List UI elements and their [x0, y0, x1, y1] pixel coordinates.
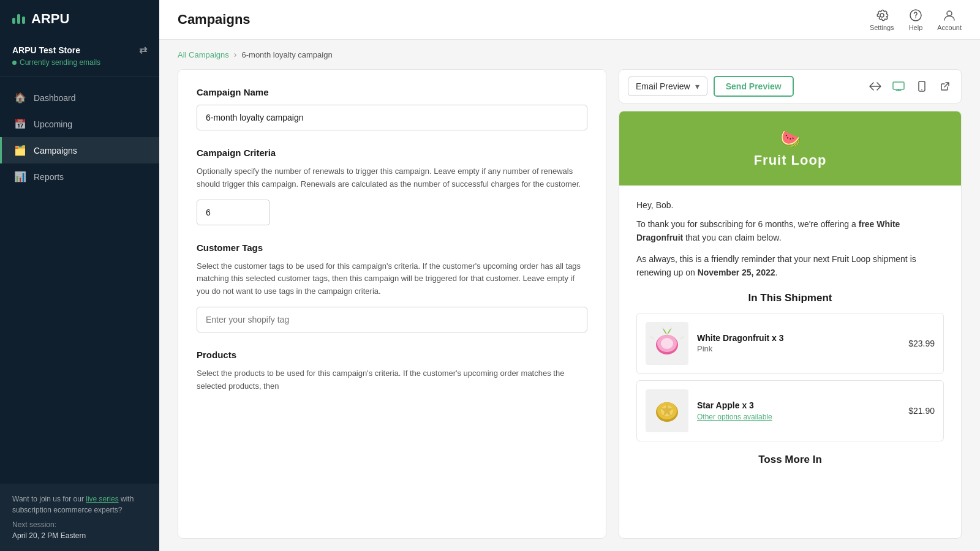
email-logo: 🍉 Fruit Loop	[631, 129, 949, 168]
main-content: Campaigns Settings	[159, 0, 980, 551]
reports-icon: 📊	[14, 171, 26, 182]
customer-tags-section: Customer Tags Select the customer tags t…	[197, 242, 587, 332]
breadcrumb-current: 6-month loyalty campaign	[242, 50, 333, 59]
products-section: Products Select the products to be used …	[197, 350, 587, 393]
toss-more-title: Toss More In	[636, 454, 944, 466]
send-preview-button[interactable]: Send Preview	[714, 76, 794, 97]
product-name-2: Star Apple x 3	[697, 400, 900, 410]
sidebar-item-upcoming[interactable]: 📅 Upcoming	[0, 111, 159, 137]
live-series-link[interactable]: live series	[86, 495, 118, 503]
preview-toolbar: Email Preview ▾ Send Preview	[619, 69, 962, 103]
account-button[interactable]: Account	[937, 9, 962, 31]
svg-point-8	[661, 338, 673, 349]
email-para-1: To thank you for subscribing for 6 month…	[636, 217, 944, 245]
store-status: Currently sending emails	[12, 58, 147, 67]
topbar: Campaigns Settings	[159, 0, 980, 40]
sidebar-item-label: Upcoming	[34, 119, 72, 129]
external-link-icon[interactable]	[938, 79, 952, 94]
campaign-criteria-description: Optionally specify the number of renewal…	[197, 165, 587, 191]
status-dot	[12, 61, 17, 65]
email-para-2: As always, this is a friendly reminder t…	[636, 252, 944, 280]
fruit-loop-icon: 🍉	[780, 129, 801, 149]
product-price-1: $23.99	[908, 339, 935, 348]
preview-icons	[868, 79, 952, 94]
logo-area: ARPU	[0, 0, 159, 38]
topbar-actions: Settings Help	[870, 9, 962, 31]
breadcrumb: All Campaigns › 6-month loyalty campaign	[159, 40, 980, 69]
mobile-icon[interactable]	[914, 79, 929, 94]
email-body: Hey, Bob. To thank you for subscribing f…	[619, 186, 961, 487]
svg-point-2	[947, 11, 952, 16]
product-image-1	[646, 322, 688, 365]
product-price-2: $21.90	[908, 406, 935, 416]
email-header: 🍉 Fruit Loop	[619, 111, 961, 186]
footer-next: Next session: April 20, 2 PM Eastern	[12, 519, 147, 541]
logo-bar-3	[22, 17, 25, 24]
resize-icon[interactable]	[868, 79, 883, 94]
product-card-1: White Dragonfruit x 3 Pink $23.99	[636, 313, 944, 374]
calendar-icon: 📅	[14, 118, 26, 130]
campaign-name-input[interactable]	[197, 105, 587, 130]
campaign-name-label: Campaign Name	[197, 87, 587, 97]
help-button[interactable]: Help	[909, 9, 923, 31]
sidebar: ARPU ARPU Test Store ⇄ Currently sending…	[0, 0, 159, 551]
product-name-1: White Dragonfruit x 3	[697, 333, 900, 343]
sidebar-item-label: Reports	[34, 172, 64, 182]
product-info-1: White Dragonfruit x 3 Pink	[697, 333, 900, 353]
footer-date: April 20, 2 PM Eastern	[12, 531, 86, 540]
svg-point-1	[915, 17, 916, 18]
products-label: Products	[197, 350, 587, 360]
product-info-2: Star Apple x 3 Other options available	[697, 400, 900, 421]
store-section: ARPU Test Store ⇄ Currently sending emai…	[0, 38, 159, 77]
breadcrumb-separator: ›	[234, 50, 237, 59]
logo-icon	[12, 14, 25, 24]
settings-icon	[875, 9, 889, 22]
products-description: Select the products to be used for this …	[197, 367, 587, 393]
store-name[interactable]: ARPU Test Store ⇄	[12, 44, 147, 56]
preview-type-select[interactable]: Email Preview ▾	[628, 77, 707, 96]
help-icon	[909, 9, 922, 22]
sidebar-item-label: Dashboard	[34, 93, 76, 103]
customer-tags-label: Customer Tags	[197, 242, 587, 253]
campaign-criteria-label: Campaign Criteria	[197, 148, 587, 158]
campaign-criteria-section: Campaign Criteria Optionally specify the…	[197, 148, 587, 225]
home-icon: 🏠	[14, 92, 26, 103]
content-area: All Campaigns › 6-month loyalty campaign…	[159, 40, 980, 551]
desktop-icon[interactable]	[891, 79, 906, 94]
campaigns-icon: 🗂️	[14, 144, 26, 156]
logo-text: ARPU	[31, 11, 69, 27]
other-options-link[interactable]: Other options available	[697, 413, 900, 421]
product-variant-1: Pink	[697, 344, 900, 353]
email-greeting: Hey, Bob.	[636, 200, 944, 210]
sidebar-item-reports[interactable]: 📊 Reports	[0, 163, 159, 190]
product-card-2: Star Apple x 3 Other options available $…	[636, 380, 944, 441]
sidebar-item-label: Campaigns	[34, 146, 77, 156]
campaign-name-section: Campaign Name	[197, 87, 587, 130]
right-panel: Email Preview ▾ Send Preview	[619, 69, 962, 539]
chevron-down-icon: ▾	[695, 81, 699, 91]
logo-bar-1	[12, 18, 15, 24]
email-logo-text: Fruit Loop	[754, 152, 827, 168]
account-icon	[943, 9, 956, 22]
customer-tags-description: Select the customer tags to be used for …	[197, 260, 587, 298]
left-panel: Campaign Name Campaign Criteria Optional…	[178, 69, 606, 539]
shipment-title: In This Shipment	[636, 292, 944, 304]
email-preview: 🍉 Fruit Loop Hey, Bob. To thank you for …	[619, 111, 962, 539]
campaign-criteria-input[interactable]	[197, 200, 270, 225]
sidebar-item-dashboard[interactable]: 🏠 Dashboard	[0, 84, 159, 111]
swap-icon[interactable]: ⇄	[139, 44, 147, 56]
svg-point-5	[921, 89, 922, 91]
product-image-2	[646, 389, 688, 432]
panels: Campaign Name Campaign Criteria Optional…	[159, 69, 980, 551]
logo-bar-2	[17, 14, 20, 24]
sidebar-footer: Want to join us for our live series with…	[0, 484, 159, 551]
sidebar-nav: 🏠 Dashboard 📅 Upcoming 🗂️ Campaigns 📊 Re…	[0, 77, 159, 484]
breadcrumb-all-campaigns[interactable]: All Campaigns	[178, 50, 229, 59]
settings-button[interactable]: Settings	[870, 9, 894, 31]
page-title: Campaigns	[178, 12, 251, 28]
sidebar-item-campaigns[interactable]: 🗂️ Campaigns	[0, 137, 159, 163]
customer-tags-input[interactable]	[197, 307, 587, 332]
svg-rect-3	[893, 82, 904, 89]
